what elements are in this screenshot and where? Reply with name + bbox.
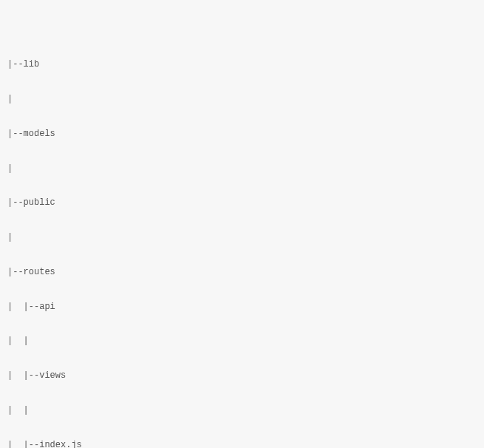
tree-line: |--public — [7, 194, 477, 211]
tree-line: |--lib — [7, 56, 477, 73]
tree-line: | | — [7, 402, 477, 419]
tree-line: |--models — [7, 126, 477, 143]
tree-line: |--routes — [7, 264, 477, 281]
tree-line: | |--views — [7, 367, 477, 384]
tree-line: | |--api — [7, 299, 477, 316]
tree-line: | — [7, 229, 477, 246]
tree-line: | — [7, 91, 477, 108]
tree-line: | |--index.js — [7, 437, 477, 448]
tree-line: | | — [7, 333, 477, 350]
tree-line: | — [7, 160, 477, 177]
